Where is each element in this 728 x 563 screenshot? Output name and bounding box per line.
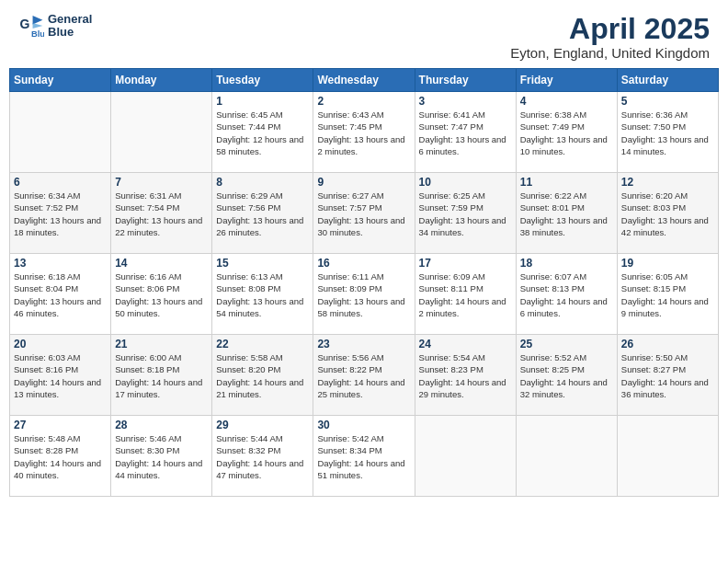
week-row-3: 13Sunrise: 6:18 AM Sunset: 8:04 PM Dayli… [10, 254, 719, 335]
header: G Blue General Blue April 2025 Eyton, En… [0, 0, 728, 68]
day-number: 12 [621, 176, 714, 189]
day-info: Sunrise: 6:29 AM Sunset: 7:56 PM Dayligh… [216, 190, 309, 238]
day-number: 21 [115, 338, 208, 350]
calendar-cell: 14Sunrise: 6:16 AM Sunset: 8:06 PM Dayli… [111, 254, 212, 335]
day-number: 4 [520, 95, 613, 108]
day-info: Sunrise: 6:09 AM Sunset: 8:11 PM Dayligh… [419, 270, 512, 319]
calendar-cell: 24Sunrise: 5:54 AM Sunset: 8:23 PM Dayli… [415, 335, 516, 416]
calendar-header: SundayMondayTuesdayWednesdayThursdayFrid… [10, 69, 719, 92]
calendar-cell [516, 416, 617, 497]
calendar-cell: 3Sunrise: 6:41 AM Sunset: 7:47 PM Daylig… [415, 92, 516, 173]
calendar-cell: 10Sunrise: 6:25 AM Sunset: 7:59 PM Dayli… [415, 173, 516, 254]
weekday-header-sunday: Sunday [10, 69, 111, 92]
day-info: Sunrise: 5:56 AM Sunset: 8:22 PM Dayligh… [317, 351, 410, 400]
day-number: 13 [14, 257, 107, 270]
calendar-cell: 8Sunrise: 6:29 AM Sunset: 7:56 PM Daylig… [212, 173, 313, 254]
day-info: Sunrise: 6:16 AM Sunset: 8:06 PM Dayligh… [115, 270, 208, 319]
calendar-cell: 29Sunrise: 5:44 AM Sunset: 8:32 PM Dayli… [212, 416, 313, 497]
calendar-cell: 1Sunrise: 6:45 AM Sunset: 7:44 PM Daylig… [212, 92, 313, 173]
day-info: Sunrise: 6:00 AM Sunset: 8:18 PM Dayligh… [115, 351, 208, 400]
calendar-cell: 28Sunrise: 5:46 AM Sunset: 8:30 PM Dayli… [111, 416, 212, 497]
calendar-cell: 7Sunrise: 6:31 AM Sunset: 7:54 PM Daylig… [111, 173, 212, 254]
day-number: 18 [520, 257, 613, 270]
month-title: April 2025 [510, 13, 710, 45]
day-number: 16 [317, 257, 410, 270]
day-number: 30 [317, 419, 410, 431]
calendar-cell: 21Sunrise: 6:00 AM Sunset: 8:18 PM Dayli… [111, 335, 212, 416]
svg-text:Blue: Blue [31, 30, 44, 40]
calendar-cell: 12Sunrise: 6:20 AM Sunset: 8:03 PM Dayli… [617, 173, 718, 254]
calendar-cell [10, 92, 111, 173]
calendar-cell: 30Sunrise: 5:42 AM Sunset: 8:34 PM Dayli… [313, 416, 415, 497]
weekday-header-saturday: Saturday [617, 69, 718, 92]
header-right: April 2025 Eyton, England, United Kingdo… [510, 13, 710, 61]
calendar-cell: 4Sunrise: 6:38 AM Sunset: 7:49 PM Daylig… [516, 92, 617, 173]
day-info: Sunrise: 6:13 AM Sunset: 8:08 PM Dayligh… [216, 270, 309, 319]
day-info: Sunrise: 5:52 AM Sunset: 8:25 PM Dayligh… [520, 351, 613, 400]
calendar-table: SundayMondayTuesdayWednesdayThursdayFrid… [9, 68, 719, 497]
day-number: 24 [419, 338, 512, 350]
calendar-cell: 15Sunrise: 6:13 AM Sunset: 8:08 PM Dayli… [212, 254, 313, 335]
day-info: Sunrise: 6:43 AM Sunset: 7:45 PM Dayligh… [317, 109, 410, 157]
day-number: 29 [216, 419, 309, 431]
day-number: 20 [14, 338, 107, 350]
calendar-cell: 22Sunrise: 5:58 AM Sunset: 8:20 PM Dayli… [212, 335, 313, 416]
calendar-cell: 11Sunrise: 6:22 AM Sunset: 8:01 PM Dayli… [516, 173, 617, 254]
day-info: Sunrise: 6:45 AM Sunset: 7:44 PM Dayligh… [216, 109, 309, 157]
day-number: 15 [216, 257, 309, 270]
calendar-cell [111, 92, 212, 173]
logo-line1: General [48, 13, 92, 26]
calendar-cell: 25Sunrise: 5:52 AM Sunset: 8:25 PM Dayli… [516, 335, 617, 416]
weekday-row: SundayMondayTuesdayWednesdayThursdayFrid… [10, 69, 719, 92]
day-info: Sunrise: 6:41 AM Sunset: 7:47 PM Dayligh… [419, 109, 512, 157]
day-info: Sunrise: 6:27 AM Sunset: 7:57 PM Dayligh… [317, 190, 410, 238]
day-number: 6 [14, 176, 107, 189]
day-number: 5 [621, 95, 714, 108]
week-row-1: 1Sunrise: 6:45 AM Sunset: 7:44 PM Daylig… [10, 92, 719, 173]
day-number: 2 [317, 95, 410, 108]
calendar-cell: 5Sunrise: 6:36 AM Sunset: 7:50 PM Daylig… [617, 92, 718, 173]
calendar-cell: 9Sunrise: 6:27 AM Sunset: 7:57 PM Daylig… [313, 173, 415, 254]
day-info: Sunrise: 6:03 AM Sunset: 8:16 PM Dayligh… [14, 351, 107, 400]
weekday-header-wednesday: Wednesday [313, 69, 415, 92]
logo: G Blue General Blue [18, 13, 92, 40]
svg-text:G: G [20, 17, 30, 31]
day-info: Sunrise: 6:20 AM Sunset: 8:03 PM Dayligh… [621, 190, 714, 238]
calendar-cell: 6Sunrise: 6:34 AM Sunset: 7:52 PM Daylig… [10, 173, 111, 254]
day-number: 11 [520, 176, 613, 189]
day-number: 9 [317, 176, 410, 189]
day-info: Sunrise: 6:25 AM Sunset: 7:59 PM Dayligh… [419, 190, 512, 238]
day-number: 22 [216, 338, 309, 350]
day-info: Sunrise: 5:58 AM Sunset: 8:20 PM Dayligh… [216, 351, 309, 400]
calendar-cell: 26Sunrise: 5:50 AM Sunset: 8:27 PM Dayli… [617, 335, 718, 416]
calendar-cell: 19Sunrise: 6:05 AM Sunset: 8:15 PM Dayli… [617, 254, 718, 335]
weekday-header-tuesday: Tuesday [212, 69, 313, 92]
day-info: Sunrise: 5:44 AM Sunset: 8:32 PM Dayligh… [216, 432, 309, 481]
day-number: 27 [14, 419, 107, 431]
calendar-cell: 23Sunrise: 5:56 AM Sunset: 8:22 PM Dayli… [313, 335, 415, 416]
day-number: 25 [520, 338, 613, 350]
day-number: 3 [419, 95, 512, 108]
weekday-header-friday: Friday [516, 69, 617, 92]
weekday-header-thursday: Thursday [415, 69, 516, 92]
day-info: Sunrise: 6:38 AM Sunset: 7:49 PM Dayligh… [520, 109, 613, 157]
day-number: 17 [419, 257, 512, 270]
calendar-cell: 2Sunrise: 6:43 AM Sunset: 7:45 PM Daylig… [313, 92, 415, 173]
day-number: 28 [115, 419, 208, 431]
location-title: Eyton, England, United Kingdom [510, 45, 710, 61]
day-number: 7 [115, 176, 208, 189]
calendar-cell: 17Sunrise: 6:09 AM Sunset: 8:11 PM Dayli… [415, 254, 516, 335]
day-number: 1 [216, 95, 309, 108]
calendar-cell: 18Sunrise: 6:07 AM Sunset: 8:13 PM Dayli… [516, 254, 617, 335]
day-number: 14 [115, 257, 208, 270]
day-info: Sunrise: 5:46 AM Sunset: 8:30 PM Dayligh… [115, 432, 208, 481]
calendar-cell: 13Sunrise: 6:18 AM Sunset: 8:04 PM Dayli… [10, 254, 111, 335]
day-info: Sunrise: 6:18 AM Sunset: 8:04 PM Dayligh… [14, 270, 107, 319]
day-info: Sunrise: 6:31 AM Sunset: 7:54 PM Dayligh… [115, 190, 208, 238]
calendar-cell: 16Sunrise: 6:11 AM Sunset: 8:09 PM Dayli… [313, 254, 415, 335]
week-row-5: 27Sunrise: 5:48 AM Sunset: 8:28 PM Dayli… [10, 416, 719, 497]
week-row-4: 20Sunrise: 6:03 AM Sunset: 8:16 PM Dayli… [10, 335, 719, 416]
calendar: SundayMondayTuesdayWednesdayThursdayFrid… [0, 68, 728, 563]
day-info: Sunrise: 6:11 AM Sunset: 8:09 PM Dayligh… [317, 270, 410, 319]
day-number: 8 [216, 176, 309, 189]
